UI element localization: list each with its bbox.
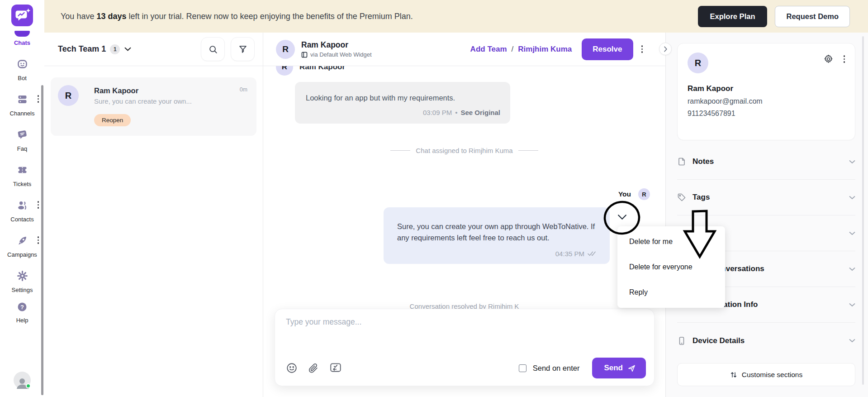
search-button[interactable]	[201, 37, 225, 61]
contact-name: Ram Kapoor	[688, 84, 845, 93]
chevron-down-icon	[849, 267, 855, 271]
widget-icon	[301, 52, 308, 58]
channels-menu-icon[interactable]	[38, 95, 39, 103]
contact-card: R Ram Kapoor ramkapoor@gmail.com 9112345…	[677, 43, 855, 140]
contact-menu-icon[interactable]	[842, 53, 847, 65]
trial-text: You have 13 days left in your trial. Ren…	[61, 12, 413, 21]
outgoing-sender-row: You R	[618, 188, 650, 200]
chat-item-preview: Sure, you can create your own...	[94, 97, 248, 105]
message-time: 04:35 PM	[555, 250, 584, 258]
conversation-header: R Ram Kapoor via Default Web Widget Add …	[263, 33, 665, 66]
avatar: R	[688, 53, 708, 73]
delivered-check-icon	[588, 251, 596, 256]
message-time: 03:09 PM	[423, 109, 452, 116]
sidebar-item-settings[interactable]: Settings	[0, 270, 44, 293]
scrolled-sender-row: R Ram Kapoor	[276, 66, 345, 76]
contact-phone: 911234567891	[688, 110, 845, 118]
channel-label: via Default Web Widget	[310, 51, 372, 58]
sidebar-item-tickets[interactable]: Tickets	[0, 164, 44, 187]
user-avatar[interactable]	[14, 372, 31, 389]
team-count-badge: 1	[110, 44, 120, 54]
contact-name: Ram Kapoor	[301, 40, 372, 50]
conversation-panel: R Ram Kapoor Looking for an app but with…	[263, 33, 665, 397]
outgoing-message: Sure, you can create your own app throug…	[384, 207, 610, 264]
section-tags[interactable]: Tags	[677, 180, 855, 215]
contact-details-panel: R Ram Kapoor ramkapoor@gmail.com 9112345…	[665, 33, 868, 397]
settings-gear-icon[interactable]	[823, 54, 834, 64]
chat-list-item[interactable]: R Ram Kapoor Sure, you can create your o…	[51, 77, 256, 136]
sidebar-item-campaigns[interactable]: Campaigns	[0, 234, 44, 258]
sidebar-scrollbar[interactable]	[41, 85, 43, 395]
tag-icon	[677, 193, 693, 202]
tickets-icon	[16, 164, 28, 178]
avatar: R	[276, 66, 293, 76]
send-on-enter-checkbox[interactable]	[519, 364, 526, 372]
assignee-link[interactable]: Rimjhim Kuma	[518, 45, 572, 54]
attachment-icon[interactable]	[308, 363, 319, 374]
sidebar-item-contacts[interactable]: Contacts	[0, 199, 44, 223]
section-device-details[interactable]: Device Details	[677, 323, 855, 359]
smartphone-icon	[677, 336, 693, 345]
svg-text:?: ?	[20, 304, 24, 311]
chevron-down-icon[interactable]	[124, 47, 131, 51]
gear-icon	[16, 270, 28, 284]
message-composer: Send on enter Send	[275, 309, 655, 386]
message-context-menu: Delete for me Delete for everyone Reply	[617, 226, 725, 308]
panel-scrollbar[interactable]	[862, 36, 864, 385]
chevron-down-icon	[849, 231, 855, 235]
team-selector[interactable]: Tech Team 1	[58, 44, 106, 54]
reopen-badge: Reopen	[94, 114, 131, 126]
request-demo-button[interactable]: Request Demo	[775, 6, 850, 27]
message-area: R Ram Kapoor Looking for an app but with…	[263, 66, 665, 397]
chevron-down-icon	[849, 196, 855, 200]
campaigns-menu-icon[interactable]	[38, 236, 39, 244]
filter-button[interactable]	[231, 37, 255, 61]
app-logo[interactable]	[11, 5, 33, 26]
menu-item-delete-for-everyone[interactable]: Delete for everyone	[617, 254, 725, 280]
sidebar-item-faq[interactable]: Faq	[0, 129, 44, 152]
message-options-chevron[interactable]	[615, 210, 629, 224]
sidebar-item-chats[interactable]: Chats	[14, 26, 30, 46]
avatar: R	[638, 188, 650, 200]
collapse-panel-button[interactable]	[659, 43, 672, 55]
sidebar-item-channels[interactable]: Channels	[0, 93, 44, 117]
explore-plan-button[interactable]: Explore Plan	[698, 6, 768, 27]
send-on-enter-label: Send on enter	[533, 364, 580, 373]
note-icon	[677, 157, 693, 166]
chats-icon	[14, 31, 30, 37]
app-sidebar: Chats Bot Channels Faq Tickets Contacts …	[0, 0, 44, 397]
canned-response-icon[interactable]	[329, 362, 342, 374]
chat-item-name: Ram Kapoor	[94, 85, 248, 95]
message-input[interactable]	[286, 317, 536, 327]
section-notes[interactable]: Notes	[677, 144, 855, 180]
help-icon: ?	[17, 301, 28, 314]
incoming-message: Looking for an app but with my requireme…	[295, 82, 510, 124]
chevron-down-icon	[849, 303, 855, 307]
contact-email: ramkapoor@gmail.com	[688, 97, 845, 105]
chat-item-time: 0m	[240, 86, 247, 93]
sidebar-item-bot[interactable]: Bot	[0, 58, 44, 81]
emoji-icon[interactable]	[286, 362, 298, 374]
channels-icon	[16, 93, 28, 107]
see-original-link[interactable]: See Original	[460, 109, 500, 116]
campaigns-icon	[16, 234, 28, 249]
add-team-link[interactable]: Add Team	[470, 45, 507, 54]
customise-sections-button[interactable]: Customise sections	[677, 363, 855, 386]
assignment-divider: Chat assigned to Rimjhim Kuma	[263, 147, 665, 154]
chevron-down-icon	[849, 339, 855, 343]
avatar: R	[276, 40, 295, 59]
chat-list-panel: Tech Team 1 1 R Ram Kapoor Sure, you can…	[44, 33, 263, 397]
conversation-menu-icon[interactable]	[640, 43, 645, 55]
menu-item-reply[interactable]: Reply	[617, 280, 725, 305]
bot-icon	[16, 58, 28, 72]
sidebar-item-help[interactable]: ? Help	[0, 301, 44, 324]
online-status-dot	[26, 383, 31, 388]
contacts-icon	[16, 199, 28, 213]
contacts-menu-icon[interactable]	[38, 201, 39, 209]
resolve-button[interactable]: Resolve	[582, 38, 633, 60]
menu-item-delete-for-me[interactable]: Delete for me	[617, 229, 725, 254]
send-button[interactable]: Send	[592, 358, 646, 378]
sort-arrows-icon	[730, 371, 737, 378]
trial-banner: You have 13 days left in your trial. Ren…	[44, 0, 868, 33]
faq-icon	[16, 129, 28, 143]
